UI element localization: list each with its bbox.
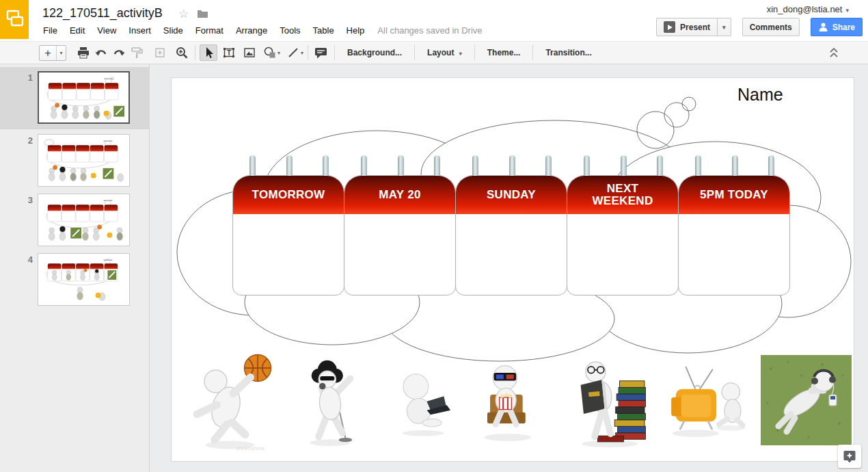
layout-button[interactable]: Layout ▾ xyxy=(419,44,470,61)
slide-4-preview xyxy=(38,254,128,304)
figure-3d-glasses-popcorn[interactable] xyxy=(464,352,557,451)
menu-edit[interactable]: Edit xyxy=(64,23,91,38)
line-icon xyxy=(286,46,300,60)
toolbar-separator xyxy=(414,45,415,60)
slide-thumbnail-4[interactable] xyxy=(38,253,130,306)
calendar-page-sunday[interactable]: SUNDAY xyxy=(455,175,567,296)
menu-format[interactable]: Format xyxy=(189,23,230,38)
insert-image-button[interactable] xyxy=(241,44,258,61)
cursor-icon xyxy=(202,46,215,60)
present-label: Present xyxy=(680,23,710,32)
figure-laptop-person[interactable] xyxy=(385,358,459,451)
background-button[interactable]: Background... xyxy=(339,44,410,61)
layout-label: Layout xyxy=(427,48,454,57)
present-button[interactable]: Present xyxy=(656,18,718,36)
shape-options-caret[interactable]: ▾ xyxy=(277,50,280,56)
menu-insert[interactable]: Insert xyxy=(122,23,157,38)
comment-icon xyxy=(314,46,329,60)
toolbar-separator xyxy=(334,45,335,60)
new-slide-button[interactable]: + ▾ xyxy=(39,45,66,61)
zoom-to-fit-button[interactable] xyxy=(151,44,169,61)
svg-text:T: T xyxy=(227,49,231,57)
watermark-text: dreamstime xyxy=(236,446,265,451)
insert-comment-button[interactable] xyxy=(312,44,330,61)
figure-grass-headphones-image[interactable] xyxy=(761,355,852,448)
undo-button[interactable] xyxy=(92,44,110,61)
account-menu[interactable]: xin_dong@lstia.net▾ xyxy=(767,4,849,14)
explore-button[interactable] xyxy=(838,445,861,468)
toolbar-separator xyxy=(474,45,475,60)
chevron-down-icon: ▾ xyxy=(722,24,726,31)
star-icon[interactable]: ☆ xyxy=(178,7,189,21)
menu-table[interactable]: Table xyxy=(307,23,340,38)
toolbar-separator xyxy=(195,45,195,60)
zoom-to-fit-icon xyxy=(153,46,167,60)
share-label: Share xyxy=(832,23,855,32)
calendar-page-5pm-today[interactable]: 5PM TODAY xyxy=(678,175,790,296)
play-icon xyxy=(664,21,675,33)
editor-canvas[interactable]: Name TOMORROW xyxy=(150,64,868,472)
zoom-button[interactable] xyxy=(173,44,191,61)
comments-button[interactable]: Comments xyxy=(742,18,800,36)
menu-slide[interactable]: Slide xyxy=(157,23,189,38)
slides-logo[interactable] xyxy=(0,0,29,39)
slide-filmstrip: 1 xyxy=(0,64,150,472)
zoom-icon xyxy=(175,46,189,60)
collapse-chevrons-icon xyxy=(827,45,841,60)
folder-icon[interactable] xyxy=(197,8,208,21)
line-options-caret[interactable]: ▾ xyxy=(301,50,303,56)
present-options-button[interactable]: ▾ xyxy=(718,18,731,36)
toolbar-separator xyxy=(532,45,533,60)
insert-shape-button[interactable] xyxy=(261,44,279,61)
figure-singer-afro[interactable] xyxy=(282,350,378,456)
filmstrip-row-4: 4 xyxy=(0,249,150,311)
text-box-icon: T xyxy=(222,46,236,60)
calendar-page-next-weekend[interactable]: NEXT WEEKEND xyxy=(567,175,679,296)
paint-format-button[interactable] xyxy=(128,44,146,61)
slide-1-preview xyxy=(39,73,128,122)
app-header: 122_170511_activityB ☆ File Edit View In… xyxy=(0,0,868,41)
calendar-label: SUNDAY xyxy=(456,176,567,214)
slide-thumbnail-3[interactable] xyxy=(38,194,130,246)
text-box-button[interactable]: T xyxy=(220,44,238,61)
calendar-label: NEXT WEEKEND xyxy=(567,176,678,214)
slide-thumbnail-2[interactable] xyxy=(38,134,130,187)
calendar-page-tomorrow[interactable]: TOMORROW xyxy=(232,175,344,296)
menu-tools[interactable]: Tools xyxy=(273,23,306,38)
toolbar: + ▾ xyxy=(0,41,868,64)
redo-button[interactable] xyxy=(110,44,128,61)
slide-page[interactable]: Name TOMORROW xyxy=(171,77,854,462)
slide-number: 2 xyxy=(19,135,33,146)
calendar-page-may20[interactable]: MAY 20 xyxy=(344,175,456,296)
slide-thumbnail-1[interactable] xyxy=(38,71,130,124)
header-actions: Present ▾ Comments Share xyxy=(656,18,863,36)
menu-help[interactable]: Help xyxy=(340,23,371,38)
figure-tv-person[interactable] xyxy=(658,356,751,449)
redo-icon xyxy=(112,46,126,60)
collapse-toolbar-button[interactable] xyxy=(827,45,841,63)
menu-view[interactable]: View xyxy=(91,23,122,38)
theme-button[interactable]: Theme... xyxy=(479,44,529,61)
toolbar-separator xyxy=(308,45,308,60)
plus-icon: + xyxy=(40,46,56,60)
print-button[interactable] xyxy=(74,44,92,61)
slide-3-preview xyxy=(38,194,128,244)
figure-basketball-player[interactable] xyxy=(184,349,286,456)
undo-icon xyxy=(94,46,108,60)
figure-reader-book-stack[interactable] xyxy=(558,349,657,456)
share-button[interactable]: Share xyxy=(811,18,863,36)
person-icon xyxy=(818,23,828,31)
menu-arrange[interactable]: Arrange xyxy=(230,23,273,38)
explore-star-icon xyxy=(843,449,856,463)
select-tool-button[interactable] xyxy=(200,44,217,61)
insert-line-button[interactable] xyxy=(284,44,302,61)
slide-number: 1 xyxy=(19,73,33,83)
slide-number: 3 xyxy=(19,195,33,205)
print-icon xyxy=(77,46,90,60)
menu-file[interactable]: File xyxy=(37,23,64,38)
slide-number: 4 xyxy=(19,254,33,265)
document-title[interactable]: 122_170511_activityB xyxy=(42,6,163,21)
shape-icon xyxy=(263,46,277,60)
transition-button[interactable]: Transition... xyxy=(537,44,599,61)
calendar-label: MAY 20 xyxy=(344,176,455,214)
